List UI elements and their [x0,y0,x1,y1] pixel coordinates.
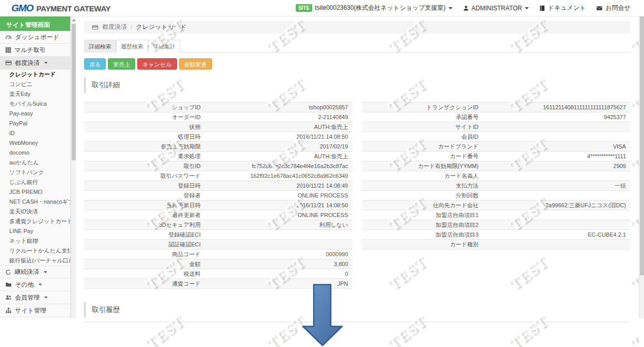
credit-card-icon [5,60,12,66]
row-value: 9425377 [482,112,630,122]
row-label: 支払方法 [362,181,483,191]
sidebar-subitem-payment-method[interactable]: コンビニ [0,79,70,89]
sidebar-item-members[interactable]: 会員管理 [0,291,70,304]
row-value: 2a99662:三菱UFJニコス(旧DC) [482,201,630,210]
row-value [482,132,630,142]
sidebar-item-recurring[interactable]: 継続決済 [0,266,70,278]
sidebar-subitem-payment-method[interactable]: NET CASH・nanacoギフト [0,197,70,207]
table-row: 登録日時 2016/11/21 14:08:49 [84,181,352,191]
breadcrumb: 都度決済 / クレジットカード [84,21,630,34]
sidebar-subitem-payment-method[interactable]: auかんたん [0,158,70,168]
sidebar-subitem-payment-method[interactable]: 多通貨クレジットカード [0,217,70,226]
administrator-label: ADMINISTRATOR [472,5,522,12]
row-label: 状態 [84,122,205,132]
transaction-detail-tables: ショップID tshop00025857 オーダーID 2-21140849 状… [84,102,630,289]
tab-detail-aggregate[interactable]: 詳細集計 [148,40,180,53]
site-selector[interactable]: SITE tsite00023630(株式会社ネットショップ支援室) [296,4,453,12]
sidebar-scrollbar-thumb[interactable] [72,24,76,160]
row-label: 仮売上有効期限 [84,142,205,152]
sidebar-nav: ダッシュボード マルチ取引 都度決済 クレジットカード コン [0,31,70,317]
row-value: 3,800 [205,259,352,269]
envelope-icon [596,5,603,11]
cancel-button[interactable]: キャンセル [137,58,176,70]
sidebar-item-label: 都度決済 [15,59,40,68]
sidebar-item-dashboard[interactable]: ダッシュボード [0,31,70,44]
row-value: 2017/02/19 [205,142,352,152]
sidebar-header: サイト管理画面 [0,16,70,31]
capture-sale-button[interactable]: 実売上 [108,58,135,70]
sidebar-item-site-admin[interactable]: サイト管理 [0,304,70,317]
contact-link[interactable]: お問合せ [596,4,631,12]
sidebar-subitem-payment-method[interactable]: クレジットカード [0,70,70,79]
scroll-up-button[interactable] [71,16,76,23]
sidebar-subitem-payment-method[interactable]: docomo [0,148,70,158]
table-row: 取引パスワード 162f92c1e678ac41c0652c8a962c6349 [84,171,352,181]
administrator-menu[interactable]: ADMINISTRATOR [463,5,529,12]
caret-down-icon [38,284,42,285]
sidebar-subitem-payment-method[interactable]: ネット銀聯 [0,236,70,246]
table-row: 分割回数 [362,191,631,201]
sidebar-item-others[interactable]: その他 [0,278,70,291]
user-icon [463,5,469,11]
sidebar-item-per-payment[interactable]: 都度決済 [0,57,70,70]
row-label: 最終更新日時 [84,201,205,210]
sidebar-subitem-payment-method[interactable]: モバイルSuica [0,99,70,109]
row-label: ショップID [84,103,205,112]
page-scrollbar-thumb[interactable] [640,7,644,275]
row-label: 会員ID [362,132,483,142]
tab-history-search[interactable]: 履歴検索 [116,40,148,53]
table-row: 状態 AUTH:仮売上 [84,122,352,132]
sidebar-subitem-payment-method[interactable]: リクルートかんたん支払い [0,246,70,256]
sidebar-subitem-payment-method[interactable]: ソフトバンク [0,168,70,177]
row-value: 2016/11/21 14:08:49 [205,181,352,191]
sidebar-item-label: マルチ取引 [14,46,46,55]
row-value: EC-CUBE4.2.1 [482,230,630,240]
table-row: カード番号 4***********1111 [362,152,631,161]
amount-change-button[interactable]: 金額変更 [179,58,212,70]
table-row: 承認番号 9425377 [362,112,631,122]
sidebar-subitem-payment-method[interactable]: Pay-easy [0,109,70,119]
sidebar-subitem-payment-method[interactable]: WebMoney [0,138,70,148]
documents-link[interactable]: ドキュメント [539,4,586,12]
table-row: 加盟店自由項目1 [362,210,631,220]
row-value: 162f92c1e678ac41c0652c8a962c6349 [205,171,352,181]
row-value: VISA [482,142,630,152]
table-row: 会員ID [362,132,631,142]
row-label: 加盟店自由項目3 [362,230,483,240]
tab-detail-search[interactable]: 詳細検索 [84,40,116,53]
table-row: 商品コード 0000990 [84,250,352,259]
row-value [482,240,630,250]
sidebar-subitem-payment-method[interactable]: 楽天ID決済 [0,207,70,217]
sidebar-subitem-payment-method[interactable]: じぶん銀行 [0,177,70,187]
sidebar-subitem-payment-method[interactable]: PayPal [0,119,70,128]
sidebar-subitem-payment-method[interactable]: 楽天Edy [0,89,70,99]
sidebar-subitem-payment-method[interactable]: 銀行振込(バーチャル口座) [0,256,70,266]
sidebar-subitem-payment-method[interactable]: JCB PREMO [0,187,70,197]
chevron-down-icon [525,7,529,9]
row-label: 最終更新者 [84,210,205,220]
back-button[interactable]: 戻る [84,58,106,70]
row-value: fc752866a2c3c784e4f4e16a2b3c87ac [205,161,352,171]
breadcrumb-parent[interactable]: 都度決済 [102,23,127,31]
row-label: 加盟店自由項目2 [362,220,483,230]
sidebar-item-label: 継続決済 [14,268,39,276]
row-value [482,171,630,181]
scroll-up-icon [72,19,75,21]
row-label: 処理日時 [84,132,205,142]
row-value: tshop00025857 [205,103,352,112]
row-value: 1611211408111111111111875627 [482,103,630,112]
sidebar-scrollbar[interactable] [71,16,76,319]
row-label: 仕向先カード会社 [362,201,483,210]
caret-down-icon [44,62,48,63]
table-row: 仮売上有効期限 2017/02/19 [84,142,352,152]
sidebar-subitem-payment-method[interactable]: iD [0,128,70,138]
row-label: カードブランド [362,142,483,152]
row-label: 商品コード [84,250,205,259]
history-divider [84,322,630,322]
table-row: 処理日時 2016/11/21 14:08:50 [84,132,352,142]
sidebar-subitem-payment-method[interactable]: LINE Pay [0,226,70,236]
row-value [205,230,352,240]
page-scrollbar[interactable] [639,0,644,319]
sidebar-item-multi-trade[interactable]: マルチ取引 [0,44,70,57]
admin-page: GMO PAYMENT GATEWAY SITE tsite00023630(株… [0,0,644,347]
